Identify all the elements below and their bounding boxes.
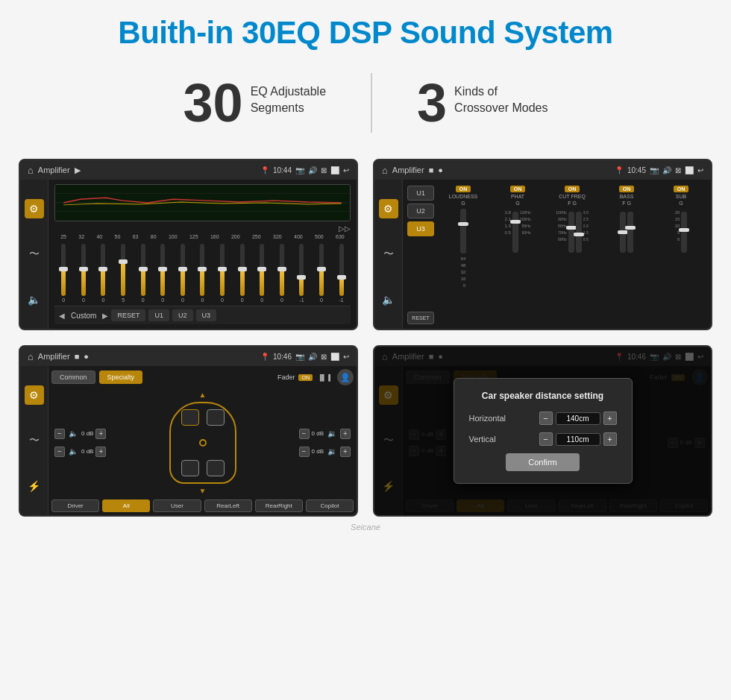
- eq-back-btn[interactable]: ◀: [59, 312, 65, 320]
- home-icon-1[interactable]: ⌂: [28, 165, 34, 176]
- fader-user-icon: 👤: [337, 369, 354, 385]
- eq-u1-btn[interactable]: U1: [148, 309, 169, 321]
- volume-icon-3[interactable]: 🔊: [308, 353, 317, 361]
- stat-crossover: 3 Kinds ofCrossover Modes: [372, 76, 592, 130]
- eq-col-9: 0: [233, 244, 251, 303]
- eq-u2-btn[interactable]: U2: [172, 309, 193, 321]
- fader-bottom-btns: Driver All User RearLeft RearRight Copil…: [51, 499, 354, 512]
- wave-icon-3[interactable]: 〜: [25, 431, 44, 450]
- rearright-btn[interactable]: RearRight: [255, 499, 303, 512]
- eq-col-2: 0: [94, 244, 113, 303]
- home-icon-3[interactable]: ⌂: [28, 351, 34, 362]
- crossover-number: 3: [417, 76, 447, 130]
- horizontal-value: 140cm: [556, 412, 600, 425]
- preset-u1[interactable]: U1: [407, 186, 434, 201]
- eq-col-6: 0: [174, 244, 192, 303]
- car-center[interactable]: [199, 439, 207, 447]
- rear-right-seat: [207, 460, 225, 476]
- window-icon-3[interactable]: ⬜: [330, 353, 339, 361]
- grid-icon-2[interactable]: ⊠: [675, 166, 681, 174]
- loudness-on: ON: [456, 186, 471, 192]
- car-arrow-up: ▲: [199, 391, 207, 399]
- left-top-plus[interactable]: +: [95, 429, 106, 439]
- common-tab[interactable]: Common: [51, 371, 95, 384]
- eq-arrow-right[interactable]: ▷▷: [339, 224, 351, 233]
- fader-car-area: − 🔈 0 dB + − 🔈 0 dB +: [51, 388, 354, 496]
- all-btn[interactable]: All: [102, 499, 150, 512]
- front-seats: [181, 409, 225, 426]
- speaker-icon-1[interactable]: 🔈: [25, 290, 44, 309]
- ch-phat: ON PHAT G 3.82.11.30.5 120Hz100Hz80Hz60H…: [492, 186, 543, 324]
- eq-u3-btn[interactable]: U3: [196, 309, 217, 321]
- fader-content: Common Specialty Fader ON ▐▌▐ 👤 − 🔈 0 dB: [48, 366, 357, 515]
- rear-seats: [181, 460, 225, 476]
- right-top-minus[interactable]: −: [299, 429, 310, 439]
- camera-icon-1[interactable]: 📷: [295, 166, 304, 174]
- confirm-button[interactable]: Confirm: [506, 453, 580, 471]
- eq-play-btn[interactable]: ▶: [102, 312, 108, 320]
- distance-dialog: Car speaker distance setting Horizontal …: [454, 378, 633, 484]
- reset-btn[interactable]: RESET: [407, 312, 434, 324]
- ch-bass: ON BASS F G: [601, 186, 652, 324]
- screen1-content: ⚙ 〜 🔈: [20, 180, 357, 329]
- volume-icon-2[interactable]: 🔊: [662, 166, 671, 174]
- topbar-2: ⌂ Amplifier ■ ● 📍 10:45 📷 🔊 ⊠ ⬜ ↩: [374, 160, 711, 180]
- left-top-minus[interactable]: −: [54, 429, 65, 439]
- window-icon-1[interactable]: ⬜: [330, 166, 339, 174]
- screen-crossover: ⌂ Amplifier ■ ● 📍 10:45 📷 🔊 ⊠ ⬜ ↩ ⚙ 〜 🔈: [373, 159, 712, 330]
- left-db-col: − 🔈 0 dB + − 🔈 0 dB +: [54, 428, 106, 458]
- driver-btn[interactable]: Driver: [51, 499, 99, 512]
- sidebar-1: ⚙ 〜 🔈: [20, 180, 48, 329]
- screens-grid: ⌂ Amplifier ▶ 📍 10:44 📷 🔊 ⊠ ⬜ ↩ ⚙ 〜 🔈: [19, 159, 712, 517]
- home-icon-2[interactable]: ⌂: [382, 165, 388, 176]
- eq-icon-active[interactable]: ⚙: [25, 199, 44, 218]
- bluetooth-icon-3[interactable]: ⚡: [25, 476, 44, 496]
- eq-icon-2[interactable]: ⚙: [379, 199, 398, 218]
- eq-col-12: -1: [292, 244, 311, 303]
- rearleft-btn[interactable]: RearLeft: [204, 499, 252, 512]
- horizontal-plus[interactable]: +: [603, 412, 617, 425]
- speaker-icon-2[interactable]: 🔈: [379, 290, 398, 309]
- preset-col: U1 U2 U3 RESET: [407, 186, 434, 324]
- copilot-btn[interactable]: Copilot: [306, 499, 354, 512]
- horizontal-minus[interactable]: −: [539, 412, 553, 425]
- volume-icon-1[interactable]: 🔊: [308, 166, 317, 174]
- stat-eq: 30 EQ AdjustableSegments: [139, 76, 371, 130]
- back-icon-1[interactable]: ↩: [343, 166, 349, 174]
- window-icon-2[interactable]: ⬜: [685, 166, 694, 174]
- right-bot-minus[interactable]: −: [299, 447, 310, 457]
- dot-icon-2: ●: [438, 165, 443, 174]
- left-bot-plus[interactable]: +: [95, 447, 106, 457]
- preset-u3[interactable]: U3: [407, 221, 434, 236]
- vertical-minus[interactable]: −: [539, 432, 553, 446]
- screen2-main: U1 U2 U3 RESET ON LOUDNESS G: [403, 180, 711, 329]
- preset-u2[interactable]: U2: [407, 204, 434, 218]
- back-icon-2[interactable]: ↩: [697, 166, 703, 174]
- back-icon-3[interactable]: ↩: [343, 353, 349, 361]
- eq-col-14: -1: [332, 244, 351, 303]
- grid-icon-3[interactable]: ⊠: [321, 353, 327, 361]
- eq-col-7: 0: [193, 244, 212, 303]
- dot-icon-3: ●: [84, 352, 89, 361]
- specialty-tab[interactable]: Specialty: [99, 371, 143, 384]
- fader-top-btns: Common Specialty Fader ON ▐▌▐ 👤: [51, 369, 354, 385]
- right-top-plus[interactable]: +: [340, 429, 351, 439]
- bass-on: ON: [619, 186, 635, 192]
- camera-icon-3[interactable]: 📷: [295, 353, 304, 361]
- eq-icon-3[interactable]: ⚙: [25, 385, 44, 405]
- wave-icon-1[interactable]: 〜: [25, 245, 44, 264]
- user-btn[interactable]: User: [153, 499, 201, 512]
- topbar-1: ⌂ Amplifier ▶ 📍 10:44 📷 🔊 ⊠ ⬜ ↩: [20, 160, 357, 180]
- grid-icon-1[interactable]: ⊠: [321, 166, 327, 174]
- wave-icon-2[interactable]: 〜: [379, 245, 398, 264]
- eq-reset-btn[interactable]: RESET: [111, 309, 145, 321]
- left-bot-minus[interactable]: −: [54, 447, 65, 457]
- vertical-plus[interactable]: +: [603, 432, 617, 446]
- camera-icon-2[interactable]: 📷: [650, 166, 659, 174]
- rear-left-seat: [181, 460, 199, 476]
- right-bot-plus[interactable]: +: [340, 447, 351, 457]
- eq-sliders: 0 0 0 5 0: [54, 242, 351, 306]
- play-icon-1[interactable]: ▶: [75, 165, 81, 175]
- horizontal-label: Horizontal: [469, 414, 514, 423]
- fader-slider[interactable]: ▐▌▐: [318, 374, 330, 381]
